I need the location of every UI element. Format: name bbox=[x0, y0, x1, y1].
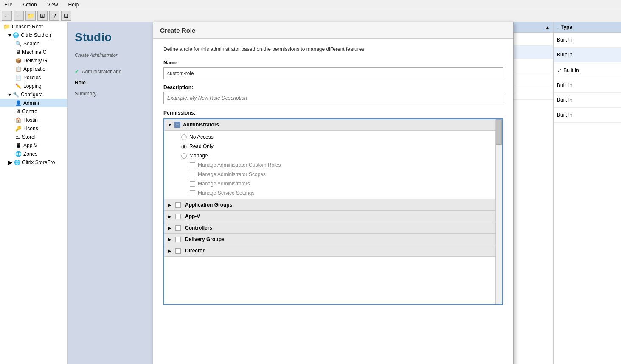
folder-button[interactable]: 📁 bbox=[25, 11, 36, 21]
grid-button[interactable]: ⊞ bbox=[37, 11, 48, 21]
manage-scopes-checkbox[interactable] bbox=[190, 172, 195, 177]
back-button[interactable]: ← bbox=[2, 11, 12, 21]
config-icon: 🔧 bbox=[13, 92, 19, 98]
manage-scopes-label: Manage Administrator Scopes bbox=[198, 171, 266, 177]
wizard-step-summary[interactable]: Summary bbox=[75, 88, 146, 99]
expand-icon-appgroups: ▶ bbox=[168, 203, 171, 207]
sidebar-item-hosting[interactable]: 🏠 Hostin bbox=[0, 116, 67, 124]
zones-label: Zones bbox=[23, 151, 37, 157]
lic-icon: 🔑 bbox=[15, 126, 22, 132]
no-access-radio[interactable] bbox=[181, 134, 187, 140]
sidebar-item-delivery[interactable]: 📦 Delivery G bbox=[0, 56, 67, 65]
sort-down-icon[interactable]: ↓ bbox=[557, 25, 559, 30]
host-icon: 🏠 bbox=[15, 117, 22, 123]
manage-row[interactable]: Manage bbox=[164, 151, 502, 160]
zones-icon: 🌐 bbox=[15, 151, 22, 157]
wizard-step-admin[interactable]: ✔ Administrator and bbox=[75, 66, 146, 77]
sf-icon: 🗃 bbox=[15, 134, 20, 140]
expand-sf-icon: ▶ bbox=[8, 160, 12, 165]
dialog-description: Define a role for this administrator bas… bbox=[163, 45, 503, 53]
sidebar-item-admin[interactable]: 👤 Admini bbox=[0, 99, 67, 107]
sidebar-item-appv[interactable]: 📱 App-V bbox=[0, 141, 67, 150]
wizard-panel: Studio Create Administrator ✔ Administra… bbox=[68, 22, 153, 364]
manage-radio[interactable] bbox=[181, 153, 187, 159]
admin-label: Admini bbox=[23, 100, 39, 106]
dir-label: Director bbox=[185, 248, 205, 254]
storefro-icon: 🌐 bbox=[14, 160, 20, 165]
permissions-tree[interactable]: ▼ − Administrators No Access Read Only bbox=[163, 118, 503, 305]
forward-button[interactable]: → bbox=[14, 11, 24, 21]
type-row-3: ↙ Built In bbox=[554, 62, 621, 78]
manage-custom-roles-label: Manage Administrator Custom Roles bbox=[198, 162, 281, 168]
lic-label: Licens bbox=[23, 126, 38, 132]
manage-service-label: Manage Service Settings bbox=[198, 190, 254, 196]
sidebar-item-search[interactable]: 🔍 Search bbox=[0, 39, 67, 48]
sidebar-item-citrix-studio[interactable]: ▾ 🌐 Citrix Studio ( bbox=[0, 31, 67, 39]
sidebar-item-licensing[interactable]: 🔑 Licens bbox=[0, 124, 67, 133]
sort-up-icon[interactable]: ▲ bbox=[545, 25, 550, 30]
studio-logo: Studio bbox=[75, 31, 146, 44]
minimize-button[interactable]: ⊟ bbox=[61, 11, 71, 21]
dir-checkbox[interactable] bbox=[175, 248, 181, 254]
wizard-step-role-label: Role bbox=[75, 80, 86, 86]
sidebar-item-console-root[interactable]: 📁 Console Root bbox=[0, 22, 67, 31]
sidebar-item-zones[interactable]: 🌐 Zones bbox=[0, 150, 67, 158]
expand-icon-dir: ▶ bbox=[168, 249, 171, 253]
ctrl-icon: 🖥 bbox=[15, 109, 20, 115]
perm-section-administrators[interactable]: ▼ − Administrators bbox=[164, 119, 502, 131]
menu-action[interactable]: Action bbox=[20, 1, 39, 8]
appgroups-checkbox[interactable] bbox=[175, 202, 181, 208]
administrators-body: No Access Read Only Manage Manage A bbox=[164, 131, 502, 199]
menu-view[interactable]: View bbox=[45, 1, 61, 8]
perm-section-director[interactable]: ▶ Director bbox=[164, 245, 502, 257]
menu-bar: File Action View Help bbox=[0, 0, 621, 9]
no-access-row[interactable]: No Access bbox=[164, 132, 502, 142]
type-row-4: Built In bbox=[554, 78, 621, 93]
ctrl-label: Contro bbox=[22, 109, 37, 115]
menu-help[interactable]: Help bbox=[66, 1, 81, 8]
no-access-label: No Access bbox=[189, 134, 214, 140]
manage-custom-roles-checkbox[interactable] bbox=[190, 162, 195, 168]
sidebar-item-configuration[interactable]: ▾ 🔧 Configura bbox=[0, 90, 67, 99]
perm-section-delivery[interactable]: ▶ Delivery Groups bbox=[164, 234, 502, 245]
menu-file[interactable]: File bbox=[2, 1, 15, 8]
wizard-step-admin-label: Administrator and bbox=[82, 69, 122, 75]
toolbar: ← → 📁 ⊞ ? ⊟ bbox=[0, 9, 621, 22]
type-row-6: Built In bbox=[554, 108, 621, 123]
folder-icon: 📁 bbox=[3, 23, 10, 30]
manage-scopes-row: Manage Administrator Scopes bbox=[164, 170, 502, 179]
name-input[interactable] bbox=[163, 67, 503, 79]
ctrl-checkbox[interactable] bbox=[175, 225, 181, 231]
help-button[interactable]: ? bbox=[49, 11, 59, 21]
sidebar-item-controllers[interactable]: 🖥 Contro bbox=[0, 107, 67, 116]
console-root-label: Console Root bbox=[12, 24, 43, 30]
read-only-radio[interactable] bbox=[181, 144, 187, 149]
manage-label: Manage bbox=[189, 153, 208, 159]
scrollbar-track[interactable] bbox=[495, 119, 502, 304]
sidebar-item-storef[interactable]: 🗃 StoreF bbox=[0, 133, 67, 141]
manage-service-checkbox[interactable] bbox=[190, 190, 195, 196]
description-label: Description: bbox=[163, 84, 503, 90]
sidebar-item-citrix-storefro[interactable]: ▶ 🌐 Citrix StoreFro bbox=[0, 158, 67, 167]
perm-section-appgroups[interactable]: ▶ Application Groups bbox=[164, 199, 502, 211]
perm-section-controllers[interactable]: ▶ Controllers bbox=[164, 222, 502, 234]
dg-checkbox[interactable] bbox=[175, 237, 181, 242]
config-label: Configura bbox=[21, 92, 43, 98]
wizard-step-role[interactable]: Role bbox=[75, 77, 146, 88]
sidebar-item-policies[interactable]: 📄 Policies bbox=[0, 73, 67, 82]
ctrl-label: Controllers bbox=[185, 225, 212, 231]
sidebar-item-machine[interactable]: 🖥 Machine C bbox=[0, 48, 67, 56]
description-input[interactable] bbox=[163, 92, 503, 104]
sidebar-item-application[interactable]: 📋 Applicatio bbox=[0, 65, 67, 73]
sidebar-item-logging[interactable]: ✏️ Logging bbox=[0, 82, 67, 90]
search-icon: 🔍 bbox=[15, 41, 22, 47]
manage-admins-checkbox[interactable] bbox=[190, 181, 195, 187]
citrix-studio-label: Citrix Studio ( bbox=[21, 32, 51, 38]
policies-label: Policies bbox=[23, 75, 41, 81]
delivery-icon: 📦 bbox=[15, 58, 22, 64]
read-only-row[interactable]: Read Only bbox=[164, 142, 502, 151]
scrollbar-thumb[interactable] bbox=[496, 119, 502, 145]
appv-checkbox[interactable] bbox=[175, 214, 181, 219]
perm-section-appv[interactable]: ▶ App-V bbox=[164, 211, 502, 222]
config-expand-icon: ▾ bbox=[8, 92, 11, 98]
